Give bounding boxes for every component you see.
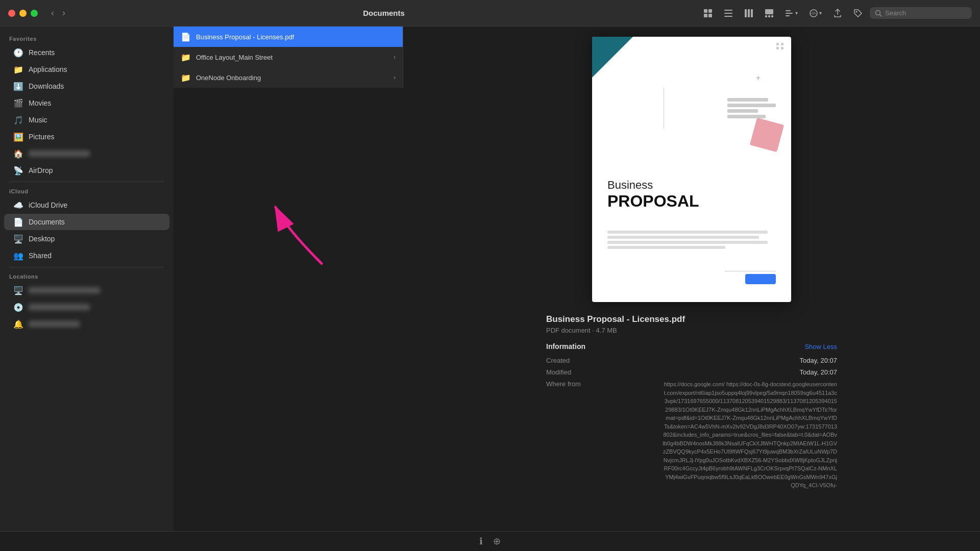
folder-icon-1: 📁 bbox=[181, 52, 191, 62]
svg-rect-3 bbox=[708, 14, 712, 17]
sidebar-label-desktop: Desktop bbox=[29, 235, 55, 243]
back-button[interactable]: ‹ bbox=[48, 6, 57, 20]
home-icon: 🏠 bbox=[13, 148, 23, 159]
file-info: Business Proposal - Licenses.pdf PDF doc… bbox=[546, 314, 837, 494]
nav-arrows: ‹ › bbox=[48, 6, 68, 20]
sidebar-item-pictures[interactable]: 🖼️ Pictures bbox=[4, 129, 169, 145]
add-bottom-button[interactable]: ⊕ bbox=[493, 536, 501, 547]
file-item-onenode-onboarding[interactable]: 📁 OneNode Onboarding › bbox=[174, 67, 403, 88]
sidebar-label-loc2-blurred bbox=[29, 304, 90, 310]
column-view-button[interactable] bbox=[740, 6, 757, 21]
location-3-icon: 🔔 bbox=[13, 319, 23, 329]
doc-footer-btn bbox=[745, 274, 776, 284]
toolbar: ▾ ▾ bbox=[699, 6, 972, 21]
svg-rect-14 bbox=[786, 10, 791, 11]
sidebar-divider-1 bbox=[9, 182, 164, 182]
sidebar-item-music[interactable]: 🎵 Music bbox=[4, 112, 169, 128]
share-button[interactable] bbox=[829, 6, 846, 21]
preview-pane: + Business PROPOSAL bbox=[403, 27, 980, 531]
where-from-section: Where from https://docs.google.com/ http… bbox=[546, 380, 837, 490]
sidebar-label-loc3-blurred bbox=[29, 321, 80, 327]
doc-pink-shape bbox=[750, 118, 784, 152]
doc-title-proposal: PROPOSAL bbox=[607, 192, 699, 210]
sidebar-item-documents[interactable]: 📄 Documents bbox=[4, 214, 169, 230]
sidebar-item-loc2[interactable]: 💿 bbox=[4, 299, 169, 315]
svg-rect-0 bbox=[704, 9, 707, 13]
svg-rect-1 bbox=[708, 9, 712, 13]
doc-dots bbox=[776, 43, 784, 49]
tag-button[interactable] bbox=[849, 6, 867, 21]
sidebar-item-home[interactable]: 🏠 bbox=[4, 145, 169, 162]
file-item-business-proposal[interactable]: 📄 Business Proposal - Licenses.pdf bbox=[174, 27, 403, 47]
sidebar-label-home-blurred bbox=[29, 151, 90, 157]
sidebar: Favorites 🕐 Recents 📁 Applications ⬇️ Do… bbox=[0, 27, 174, 531]
downloads-icon: ⬇️ bbox=[13, 81, 23, 91]
doc-title-area: Business PROPOSAL bbox=[607, 179, 699, 210]
locations-label: Locations bbox=[0, 270, 174, 282]
sidebar-label-recents: Recents bbox=[29, 48, 55, 57]
sidebar-divider-2 bbox=[9, 267, 164, 267]
documents-icon: 📄 bbox=[13, 217, 23, 227]
file-info-name: Business Proposal - Licenses.pdf bbox=[546, 314, 837, 324]
fullscreen-button[interactable] bbox=[31, 10, 38, 17]
info-section-header: Information Show Less bbox=[546, 342, 837, 350]
forward-button[interactable]: › bbox=[59, 6, 68, 20]
sidebar-item-shared[interactable]: 👥 Shared bbox=[4, 247, 169, 264]
sidebar-item-desktop[interactable]: 🖥️ Desktop bbox=[4, 231, 169, 247]
created-value: Today, 20:07 bbox=[800, 357, 837, 364]
sort-button[interactable]: ▾ bbox=[781, 6, 802, 21]
folder-icon-2: 📁 bbox=[181, 72, 191, 83]
sidebar-label-pictures: Pictures bbox=[29, 133, 55, 141]
icloud-drive-icon: ☁️ bbox=[13, 200, 23, 210]
sidebar-item-airdrop[interactable]: 📡 AirDrop bbox=[4, 162, 169, 179]
group-button[interactable]: ▾ bbox=[805, 6, 826, 21]
svg-rect-13 bbox=[771, 15, 773, 17]
sidebar-label-loc1-blurred bbox=[29, 287, 100, 293]
sidebar-item-loc3[interactable]: 🔔 bbox=[4, 316, 169, 332]
favorites-label: Favorites bbox=[0, 33, 174, 44]
where-from-value: https://docs.google.com/ https://doc-0s-… bbox=[663, 380, 837, 490]
file-name-onenode-onboarding: OneNode Onboarding bbox=[196, 74, 388, 82]
sidebar-label-icloud-drive: iCloud Drive bbox=[29, 201, 67, 209]
info-bottom-button[interactable]: ℹ bbox=[479, 536, 483, 547]
file-item-office-layout[interactable]: 📁 Office Layout_Main Street › bbox=[174, 47, 403, 67]
applications-icon: 📁 bbox=[13, 64, 23, 74]
sidebar-item-icloud-drive[interactable]: ☁️ iCloud Drive bbox=[4, 197, 169, 213]
music-icon: 🎵 bbox=[13, 115, 23, 125]
sidebar-item-downloads[interactable]: ⬇️ Downloads bbox=[4, 78, 169, 94]
sidebar-item-applications[interactable]: 📁 Applications bbox=[4, 61, 169, 78]
document-preview: + Business PROPOSAL bbox=[592, 37, 791, 302]
sidebar-label-applications: Applications bbox=[29, 65, 67, 73]
modified-value: Today, 20:07 bbox=[800, 368, 837, 376]
list-view-button[interactable] bbox=[720, 6, 737, 21]
sidebar-label-downloads: Downloads bbox=[29, 82, 64, 90]
svg-rect-8 bbox=[748, 9, 750, 17]
info-row-where-from: Where from https://docs.google.com/ http… bbox=[546, 380, 837, 490]
doc-teal-shape bbox=[592, 37, 633, 78]
location-2-icon: 💿 bbox=[13, 302, 23, 312]
location-1-icon: 🖥️ bbox=[13, 285, 23, 295]
arrow-annotation bbox=[174, 27, 403, 531]
svg-rect-15 bbox=[786, 13, 793, 14]
where-from-url-1: https://docs.google.com/ https://doc-0s-… bbox=[663, 380, 837, 490]
desktop-icon: 🖥️ bbox=[13, 234, 23, 244]
svg-rect-12 bbox=[768, 15, 770, 17]
info-row-created: Created Today, 20:07 bbox=[546, 357, 837, 364]
show-less-button[interactable]: Show Less bbox=[804, 343, 837, 350]
grid-view-button[interactable] bbox=[699, 6, 717, 21]
minimize-button[interactable] bbox=[19, 10, 27, 17]
sidebar-item-recents[interactable]: 🕐 Recents bbox=[4, 44, 169, 61]
gallery-view-button[interactable] bbox=[761, 6, 778, 21]
file-name-office-layout: Office Layout_Main Street bbox=[196, 54, 388, 61]
search-input[interactable] bbox=[885, 9, 962, 17]
svg-point-18 bbox=[856, 11, 857, 12]
file-name-business-proposal: Business Proposal - Licenses.pdf bbox=[196, 33, 396, 41]
sidebar-label-music: Music bbox=[29, 116, 47, 124]
title-bar: ‹ › Documents bbox=[0, 0, 980, 27]
close-button[interactable] bbox=[8, 10, 15, 17]
sidebar-item-movies[interactable]: 🎬 Movies bbox=[4, 95, 169, 111]
search-bar[interactable] bbox=[870, 7, 972, 19]
sidebar-item-loc1[interactable]: 🖥️ bbox=[4, 282, 169, 298]
file-pane-wrapper: 📄 Business Proposal - Licenses.pdf 📁 Off… bbox=[174, 27, 403, 531]
pdf-icon: 📄 bbox=[181, 32, 191, 42]
